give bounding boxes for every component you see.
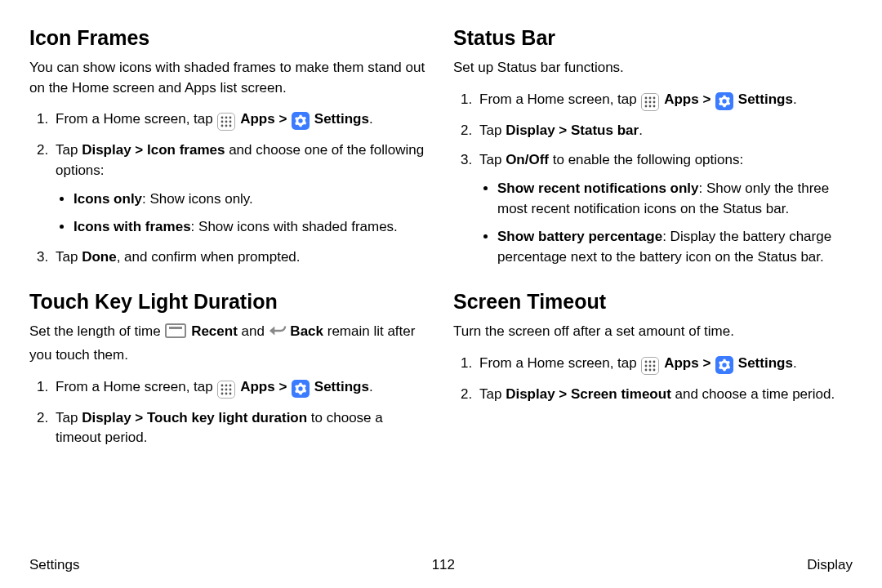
page-footer: Settings 112 Display — [29, 557, 853, 573]
apps-icon — [217, 381, 235, 399]
bullet: Show battery percentage: Display the bat… — [497, 227, 853, 267]
footer-right: Display — [807, 557, 853, 573]
step: Tap Done, and confirm when prompted. — [52, 247, 429, 268]
bullet: Show recent notifications only: Show onl… — [497, 179, 853, 219]
steps-screen-timeout: From a Home screen, tap Apps > Settings.… — [453, 354, 853, 405]
step: Tap Display > Touch key light duration t… — [52, 408, 429, 448]
recent-icon — [165, 323, 186, 338]
apps-icon — [641, 93, 659, 111]
intro-screen-timeout: Turn the screen off after a set amount o… — [453, 322, 853, 342]
step: Tap Display > Icon frames and choose one… — [52, 140, 429, 238]
intro-icon-frames: You can show icons with shaded frames to… — [29, 58, 429, 98]
step: From a Home screen, tap Apps > Settings. — [52, 377, 429, 399]
intro-status-bar: Set up Status bar functions. — [453, 58, 853, 78]
step: From a Home screen, tap Apps > Settings. — [476, 354, 853, 375]
apps-icon — [641, 357, 659, 375]
back-icon — [269, 327, 287, 342]
heading-icon-frames: Icon Frames — [29, 26, 429, 50]
settings-icon — [292, 112, 310, 130]
left-column: Icon Frames You can show icons with shad… — [29, 26, 429, 458]
sub-bullets: Icons only: Show icons only. Icons with … — [56, 189, 429, 238]
step: From a Home screen, tap Apps > Settings. — [52, 109, 429, 131]
steps-icon-frames: From a Home screen, tap Apps > Settings.… — [29, 109, 429, 267]
settings-icon — [292, 380, 310, 398]
apps-icon — [217, 113, 235, 131]
bullet: Icons only: Show icons only. — [74, 189, 429, 210]
heading-status-bar: Status Bar — [453, 26, 853, 50]
sub-bullets: Show recent notifications only: Show onl… — [479, 179, 853, 268]
steps-touch-key: From a Home screen, tap Apps > Settings.… — [29, 377, 429, 448]
right-column: Status Bar Set up Status bar functions. … — [453, 26, 853, 458]
bullet: Icons with frames: Show icons with shade… — [74, 217, 429, 238]
footer-page-number: 112 — [432, 557, 455, 573]
two-column-layout: Icon Frames You can show icons with shad… — [29, 26, 853, 458]
step: Tap Display > Status bar. — [476, 121, 853, 141]
intro-touch-key: Set the length of time Recent and Back r… — [29, 322, 429, 365]
footer-left: Settings — [29, 557, 79, 573]
heading-screen-timeout: Screen Timeout — [453, 290, 853, 314]
step: From a Home screen, tap Apps > Settings. — [476, 90, 853, 111]
heading-touch-key: Touch Key Light Duration — [29, 290, 429, 314]
steps-status-bar: From a Home screen, tap Apps > Settings.… — [453, 90, 853, 268]
step: Tap Display > Screen timeout and choose … — [476, 385, 853, 405]
settings-icon — [715, 356, 733, 374]
step: Tap On/Off to enable the following optio… — [476, 150, 853, 267]
settings-icon — [715, 92, 733, 110]
